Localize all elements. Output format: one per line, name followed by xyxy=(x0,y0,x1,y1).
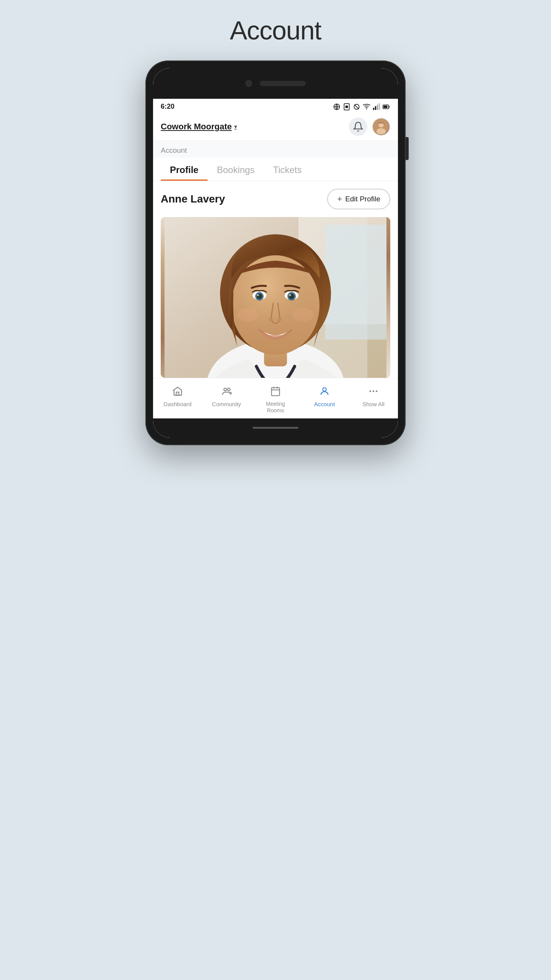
home-indicator xyxy=(253,427,298,429)
status-bar: 6:20 xyxy=(153,99,398,113)
svg-point-43 xyxy=(323,388,326,391)
profile-name: Anne Lavery xyxy=(161,193,225,205)
svg-rect-11 xyxy=(384,105,388,108)
svg-rect-39 xyxy=(272,388,280,396)
speaker xyxy=(260,81,306,86)
front-camera xyxy=(245,80,252,87)
svg-rect-9 xyxy=(379,103,380,110)
phone-bottom-bezel xyxy=(153,418,398,438)
profile-image-container xyxy=(161,217,390,378)
svg-point-32 xyxy=(268,318,274,322)
nav-item-show-all[interactable]: Show All xyxy=(349,384,398,415)
svg-point-35 xyxy=(292,308,314,322)
header-actions xyxy=(349,118,390,136)
svg-point-44 xyxy=(370,390,372,392)
nav-item-account[interactable]: Account xyxy=(300,384,349,415)
svg-point-45 xyxy=(373,390,375,392)
svg-point-34 xyxy=(237,308,259,322)
svg-rect-2 xyxy=(346,105,348,108)
svg-point-14 xyxy=(377,128,386,134)
nav-label-community: Community xyxy=(212,401,241,408)
bottom-nav: Dashboard Community xyxy=(153,378,398,418)
home-icon xyxy=(172,386,183,399)
nav-label-meeting-rooms: MeetingRooms xyxy=(266,401,285,414)
signal-icon xyxy=(373,103,380,111)
tab-profile[interactable]: Profile xyxy=(161,158,208,181)
svg-point-38 xyxy=(227,388,230,391)
svg-line-4 xyxy=(354,105,359,109)
nav-item-meeting-rooms[interactable]: MeetingRooms xyxy=(251,384,300,415)
battery-icon xyxy=(383,103,390,111)
profile-content: Anne Lavery + Edit Profile xyxy=(153,181,398,378)
user-avatar-button[interactable] xyxy=(372,118,390,136)
svg-rect-36 xyxy=(176,392,179,395)
svg-rect-8 xyxy=(377,105,378,110)
svg-point-46 xyxy=(376,390,378,392)
tabs-container: Profile Bookings Tickets xyxy=(153,158,398,181)
avatar-image xyxy=(373,119,389,134)
workspace-label: Cowork Moorgate xyxy=(161,122,232,132)
person-icon xyxy=(319,386,330,399)
profile-photo xyxy=(161,217,390,378)
status-icons xyxy=(333,103,390,111)
community-icon xyxy=(221,386,232,399)
nav-label-show-all: Show All xyxy=(362,401,385,408)
plus-icon: + xyxy=(337,194,342,204)
app-header: Cowork Moorgate ▾ xyxy=(153,113,398,141)
edit-profile-button[interactable]: + Edit Profile xyxy=(327,189,390,209)
section-label: Account xyxy=(153,141,398,158)
svg-point-27 xyxy=(257,294,259,296)
phone-device: 6:20 xyxy=(145,60,406,445)
svg-rect-18 xyxy=(325,225,386,340)
tab-tickets[interactable]: Tickets xyxy=(264,158,311,181)
nav-label-dashboard: Dashboard xyxy=(163,401,191,408)
phone-screen: 6:20 xyxy=(153,68,398,438)
tab-bookings[interactable]: Bookings xyxy=(208,158,264,181)
svg-point-31 xyxy=(289,294,291,296)
svg-point-37 xyxy=(224,388,227,391)
phone-top-bezel xyxy=(153,68,398,99)
nav-item-community[interactable]: Community xyxy=(202,384,251,415)
profile-portrait-svg xyxy=(161,217,390,378)
nav-item-dashboard[interactable]: Dashboard xyxy=(153,384,202,415)
status-time: 6:20 xyxy=(161,103,174,111)
no-ring-icon xyxy=(353,103,360,111)
bell-icon xyxy=(353,121,364,132)
svg-point-33 xyxy=(277,318,283,322)
chevron-down-icon: ▾ xyxy=(234,124,237,130)
globe-icon xyxy=(333,103,341,111)
more-icon xyxy=(368,386,379,399)
notifications-button[interactable] xyxy=(349,118,367,136)
page-title: Account xyxy=(230,15,321,45)
profile-header-row: Anne Lavery + Edit Profile xyxy=(161,189,390,209)
svg-rect-7 xyxy=(375,106,376,110)
sim-icon xyxy=(343,103,350,111)
avatar xyxy=(373,118,390,135)
calendar-icon xyxy=(270,386,281,399)
workspace-selector[interactable]: Cowork Moorgate ▾ xyxy=(161,122,237,132)
wifi-icon xyxy=(363,103,370,111)
svg-point-5 xyxy=(366,108,367,109)
svg-rect-6 xyxy=(373,108,374,110)
nav-label-account: Account xyxy=(314,401,335,408)
